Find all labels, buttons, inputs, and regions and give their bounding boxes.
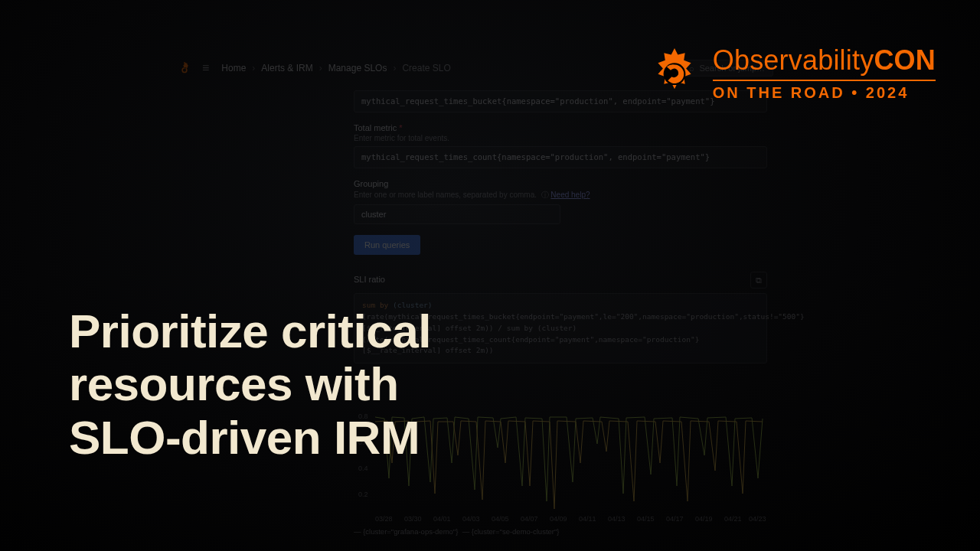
chart-x-axis: 03/2803/3004/01 04/0304/0504/07 04/0904/… xyxy=(375,515,766,523)
grouping-hint: Enter one or more label names, separated… xyxy=(354,190,767,201)
svg-text:04/15: 04/15 xyxy=(637,515,655,523)
svg-text:04/13: 04/13 xyxy=(608,515,626,523)
slide-title: Prioritize critical resources with SLO-d… xyxy=(69,305,431,464)
svg-text:03/28: 03/28 xyxy=(375,515,393,523)
crumb-home[interactable]: Home xyxy=(221,63,246,73)
total-metric-hint: Enter metric for total events. xyxy=(354,134,767,142)
breadcrumb: Home› Alerts & IRM› Manage SLOs› Create … xyxy=(221,63,450,73)
svg-text:04/09: 04/09 xyxy=(550,515,567,523)
crumb-manage-slos[interactable]: Manage SLOs xyxy=(328,63,387,73)
badge-subtitle: ON THE ROAD • 2024 xyxy=(713,85,936,100)
crumb-create-slo: Create SLO xyxy=(402,63,450,73)
svg-text:04/23: 04/23 xyxy=(749,515,766,523)
copy-query-icon[interactable]: ⧉ xyxy=(750,272,767,289)
badge-divider xyxy=(713,80,936,81)
chart-legend: — {cluster="grafana-ops-demo"} — {cluste… xyxy=(354,527,767,536)
svg-text:04/21: 04/21 xyxy=(724,515,742,523)
series-grafana-ops-demo xyxy=(375,417,763,501)
svg-text:0.2: 0.2 xyxy=(358,491,368,498)
svg-text:04/01: 04/01 xyxy=(433,515,451,523)
grafana-sun-icon xyxy=(647,46,702,101)
svg-text:03/30: 03/30 xyxy=(404,515,422,523)
grouping-input[interactable]: cluster xyxy=(354,204,560,224)
menu-icon[interactable]: ≡ xyxy=(202,61,209,75)
svg-text:04/05: 04/05 xyxy=(492,515,509,523)
svg-text:04/17: 04/17 xyxy=(666,515,684,523)
svg-text:04/11: 04/11 xyxy=(579,515,596,523)
grouping-label: Grouping xyxy=(354,179,767,188)
badge-title: ObservabilityCON xyxy=(713,47,936,74)
need-help-link[interactable]: Need help? xyxy=(550,191,590,199)
svg-text:04/07: 04/07 xyxy=(521,515,538,523)
total-metric-input[interactable]: mythical_request_times_count{namespace="… xyxy=(354,146,767,168)
conference-badge: ObservabilityCON ON THE ROAD • 2024 xyxy=(647,46,936,101)
svg-text:0.4: 0.4 xyxy=(358,465,368,472)
crumb-alerts-irm[interactable]: Alerts & IRM xyxy=(261,63,312,73)
series-se-demo-cluster xyxy=(375,421,763,509)
grafana-logo-icon xyxy=(178,61,191,75)
svg-text:04/03: 04/03 xyxy=(462,515,480,523)
svg-text:04/19: 04/19 xyxy=(695,515,713,523)
sli-ratio-label: SLI ratio xyxy=(354,275,385,284)
run-queries-button[interactable]: Run queries xyxy=(354,235,420,255)
total-metric-label: Total metric * xyxy=(354,123,767,132)
